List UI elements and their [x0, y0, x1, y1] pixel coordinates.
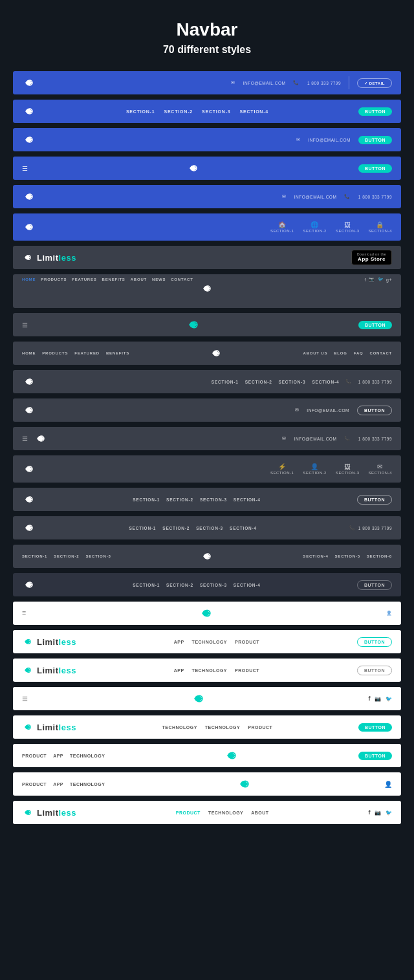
user-icon-19[interactable]: 👤 [386, 611, 393, 616]
hamburger-13[interactable]: ☰ [22, 435, 28, 442]
button-4[interactable]: BUTTON [358, 164, 392, 173]
sec-17-6[interactable]: SECTION-6 [367, 554, 392, 558]
sec-23-tech2[interactable]: TECHNOLOGY [205, 725, 240, 730]
fb-26[interactable]: f [369, 809, 371, 816]
ig-26[interactable]: 📷 [375, 810, 382, 816]
nav-home-8[interactable]: HOME [22, 278, 36, 281]
ig-22[interactable]: 📷 [375, 696, 382, 702]
icon-sec-6-1[interactable]: 🏠SECTION-1 [270, 221, 294, 233]
icon-sec-14-4[interactable]: ✉SECTION-4 [368, 463, 392, 475]
sec-18-1[interactable]: SECTION-1 [133, 583, 160, 587]
hamburger-9[interactable]: ☰ [22, 321, 28, 329]
sec-15-4[interactable]: SECTION-4 [234, 497, 261, 502]
nav-right-13: ✉ INFO@EMAIL.COM 📞 1 800 333 7799 [282, 436, 392, 441]
button-18[interactable]: BUTTON [357, 580, 392, 590]
button-23[interactable]: BUTTON [358, 723, 392, 732]
sec-24-tech[interactable]: TECHNOLOGY [70, 754, 105, 758]
button-2[interactable]: BUTTON [358, 107, 392, 116]
sec-18-4[interactable]: SECTION-4 [234, 583, 261, 587]
nav-news-8[interactable]: NEWS [152, 278, 166, 281]
sec-20-tech[interactable]: TECHNOLOGY [192, 640, 227, 644]
logo-5 [22, 193, 36, 201]
button-20[interactable]: BUTTON [357, 637, 392, 647]
section-2-3[interactable]: SECTION-3 [202, 109, 231, 114]
sec-26-product[interactable]: PRODUCT [176, 811, 201, 815]
sec-10-home[interactable]: HOME [22, 351, 36, 355]
sec-11-2[interactable]: SECTION-2 [245, 380, 272, 384]
sec-24-product[interactable]: PRODUCT [22, 754, 47, 758]
icon-sec-6-2[interactable]: 🌐SECTION-2 [303, 221, 327, 233]
sec-23-product[interactable]: PRODUCT [248, 725, 272, 730]
sec-10-products[interactable]: PRODUCTS [42, 351, 68, 355]
section-2-4[interactable]: SECTION-4 [240, 109, 269, 114]
sec-21-tech[interactable]: TECHNOLOGY [192, 668, 227, 673]
sec-10-contact[interactable]: CONTACT [370, 351, 392, 355]
user-icon-25[interactable]: 👤 [384, 781, 393, 788]
nav-features-8[interactable]: FEATURES [72, 278, 96, 281]
tw-26[interactable]: 🐦 [386, 810, 393, 816]
sec-16-4[interactable]: SECTION-4 [230, 526, 257, 530]
sec-15-1[interactable]: SECTION-1 [133, 497, 160, 502]
nav-contact-8[interactable]: CONTACT [171, 278, 193, 281]
sec-17-2[interactable]: SECTION-2 [54, 554, 79, 558]
section-2-2[interactable]: SECTION-2 [164, 109, 193, 114]
sec-20-product[interactable]: PRODUCT [235, 640, 259, 644]
section-2-1[interactable]: SECTION-1 [126, 109, 155, 114]
icon-sec-6-3[interactable]: 🖼SECTION-3 [336, 221, 360, 233]
sec-26-about[interactable]: ABOUT [251, 811, 268, 815]
sec-16-2[interactable]: SECTION-2 [162, 526, 190, 530]
nav-products-8[interactable]: PRODUCTS [41, 278, 67, 281]
button-21[interactable]: BUTTON [357, 666, 392, 675]
sec-18-3[interactable]: SECTION-3 [200, 583, 227, 587]
sec-17-1[interactable]: SECTION-1 [22, 554, 47, 558]
button-12[interactable]: BUTTON [357, 406, 392, 415]
nav-about-8[interactable]: ABOUT [131, 278, 147, 281]
sec-17-5[interactable]: SECTION-5 [335, 554, 360, 558]
sec-10-benefits[interactable]: BENEFITS [106, 351, 129, 355]
sec-20-app[interactable]: APP [174, 640, 184, 644]
fb-22[interactable]: f [369, 695, 371, 702]
sec-17-4[interactable]: SECTION-4 [303, 554, 328, 558]
hamburger-4[interactable]: ☰ [22, 165, 28, 172]
sec-10-faq[interactable]: FAQ [354, 351, 364, 355]
sec-16-1[interactable]: SECTION-1 [129, 526, 156, 530]
sec-23-tech1[interactable]: TECHNOLOGY [162, 725, 197, 730]
sec-16-3[interactable]: SECTION-3 [196, 526, 223, 530]
sec-25-tech[interactable]: TECHNOLOGY [70, 782, 105, 787]
sec-21-app[interactable]: APP [174, 668, 184, 673]
sec-15-2[interactable]: SECTION-2 [166, 497, 193, 502]
icon-sec-6-4[interactable]: 🔒SECTION-4 [368, 221, 392, 233]
sec-11-1[interactable]: SECTION-1 [212, 380, 239, 384]
sec-17-3[interactable]: SECTION-3 [85, 554, 111, 558]
button-24[interactable]: BUTTON [358, 752, 392, 760]
sec-11-3[interactable]: SECTION-3 [279, 380, 306, 384]
button-3[interactable]: BUTTON [358, 136, 392, 144]
gp-icon-8[interactable]: g+ [386, 278, 392, 282]
ig-icon-8[interactable]: 📷 [369, 277, 375, 282]
button-15[interactable]: BUTTON [357, 495, 392, 505]
sec-25-product[interactable]: PRODUCT [22, 782, 47, 787]
appstore-7[interactable]: Download on the App Store [351, 250, 392, 266]
hamburger-22[interactable]: ☰ [22, 695, 28, 702]
sec-21-product[interactable]: PRODUCT [235, 668, 259, 673]
sec-10-about[interactable]: ABOUT US [303, 351, 328, 355]
tw-22[interactable]: 🐦 [386, 696, 393, 702]
badge-btn-1[interactable]: ✓ DETAIL [357, 78, 392, 88]
tw-icon-8[interactable]: 🐦 [378, 277, 384, 282]
icon-sec-14-2[interactable]: 👤SECTION-2 [303, 463, 327, 475]
icon-sec-14-3[interactable]: 🖼SECTION-3 [336, 463, 360, 475]
sec-26-tech[interactable]: TECHNOLOGY [208, 811, 243, 815]
sec-24-app[interactable]: APP [53, 754, 63, 758]
navbar-8: HOME PRODUCTS FEATURES BENEFITS ABOUT NE… [13, 274, 401, 308]
appstore-badge-7[interactable]: Download on the App Store [351, 250, 392, 266]
nav-benefits-8[interactable]: BENEFITS [102, 278, 125, 281]
sec-10-blog[interactable]: BLOG [334, 351, 347, 355]
icon-sec-14-1[interactable]: ⚡SECTION-1 [270, 463, 294, 475]
sec-18-2[interactable]: SECTION-2 [166, 583, 193, 587]
button-9[interactable]: BUTTON [358, 321, 392, 329]
sec-15-3[interactable]: SECTION-3 [200, 497, 227, 502]
sec-10-featured[interactable]: FEATURED [74, 351, 100, 355]
sec-25-app[interactable]: APP [53, 782, 63, 787]
sec-11-4[interactable]: SECTION-4 [312, 380, 339, 384]
fb-icon-8[interactable]: f [365, 278, 366, 282]
